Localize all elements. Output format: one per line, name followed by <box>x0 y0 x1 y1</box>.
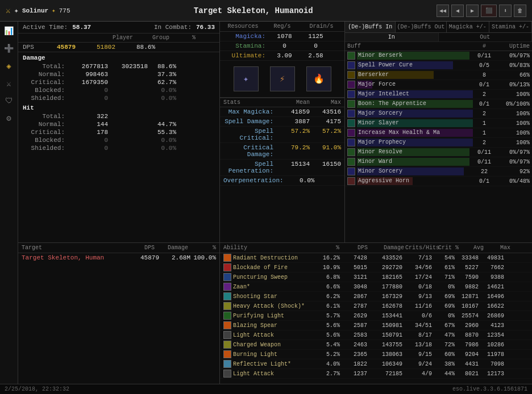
ability-max: 10286 <box>479 342 504 348</box>
buffsub-in[interactable]: In <box>345 33 439 41</box>
buff-row: Boon: The Apprentice0/10%/100% <box>345 99 532 109</box>
ability-row[interactable]: Blazing Spear 5.6% 2587 150981 34/51 67%… <box>220 321 532 330</box>
damage-normal-label: Normal: <box>23 71 68 78</box>
buff-uptime: 100% <box>496 91 530 98</box>
sidebar-icon-shield[interactable]: 🛡 <box>5 97 13 106</box>
ability-damage: 182165 <box>367 274 402 280</box>
ability-row[interactable]: Reflective Light* 4.0% 1822 106349 9/24 … <box>220 359 532 369</box>
nav-save[interactable]: ⬇ <box>499 5 512 17</box>
ability-crits: 4/9 <box>402 371 432 377</box>
ability-row[interactable]: Charged Weapon 5.4% 2463 143755 13/18 72… <box>220 340 532 350</box>
ability-row[interactable]: Puncturing Sweep 6.8% 3121 182165 17/24 … <box>220 273 532 282</box>
buff-name: Berserker <box>357 72 390 78</box>
ability-crits: 34/56 <box>402 265 432 271</box>
th-damage: Damage <box>157 245 188 251</box>
ability-icon <box>223 312 231 320</box>
target-row[interactable]: Target Skeleton, Human 45879 2.68M 100.0… <box>18 253 219 262</box>
sidebar-icon-plus[interactable]: ➕ <box>4 44 14 53</box>
buff-num: 22 <box>473 169 496 175</box>
ability-critpct: 72% <box>432 342 455 348</box>
dps-label: DPS <box>23 44 57 51</box>
buff-icon <box>347 52 355 60</box>
ability-damage: 167329 <box>367 294 402 300</box>
ah-pct: % <box>315 245 339 251</box>
buff-uptime: 0%/97% <box>496 159 530 165</box>
hit-blocked-label: Blocked: <box>23 137 68 144</box>
sidebar-icon-gear[interactable]: ⚙ <box>6 114 11 123</box>
nav-delete[interactable]: 🗑 <box>514 5 526 17</box>
ability-critpct: 60% <box>432 351 455 358</box>
ability-pct: 2.7% <box>316 371 340 377</box>
ability-max: 12354 <box>479 332 504 338</box>
buff-name: Minor Berserk <box>357 52 404 58</box>
ability-crits: 13/18 <box>402 342 432 348</box>
buff-uptime: 66% <box>496 72 530 78</box>
ability-row[interactable]: Blockade of Fire 10.9% 5015 292720 34/56… <box>220 263 532 273</box>
buffsub-out[interactable]: Out <box>439 33 533 41</box>
buff-num: 0/11 <box>473 53 496 59</box>
buffs-list: Minor Berserk0/110%/97%Spell Power Cure0… <box>345 51 532 186</box>
buff-row: Spell Power Cure0/50%/83% <box>345 61 532 70</box>
active-time-row: Active Time: 58.37 In Combat: 76.33 <box>18 22 219 33</box>
hit-blocked-pct: 0.0% <box>148 137 176 144</box>
nav-record[interactable]: ⬛ <box>481 5 497 17</box>
nav-next[interactable]: ▶ <box>466 5 479 17</box>
sidebar-icon-sword[interactable]: ⚔ <box>6 79 11 89</box>
top-panels: Active Time: 58.37 In Combat: 76.33 Play… <box>18 22 532 243</box>
tab-stamina[interactable]: Stamina +/- <box>489 22 532 32</box>
buff-num: 1 <box>473 120 496 127</box>
col-player: Player <box>113 35 152 41</box>
ultimate-drain: 2.58 <box>300 52 331 59</box>
buff-icon <box>347 177 355 185</box>
buffs-tabs: (De-)Buffs In (De-)Buffs Out Magicka +/-… <box>345 22 532 33</box>
sidebar-icon-active[interactable]: ◈ <box>6 61 11 71</box>
ability-pct: 5.7% <box>316 313 340 319</box>
tab-debuffs-out[interactable]: (De-)Buffs Out <box>396 22 446 32</box>
ability-row[interactable]: Light Attack 5.6% 2583 150791 8/17 47% 8… <box>220 330 532 340</box>
damage-shielded-player: 0 <box>68 95 108 102</box>
ability-row[interactable]: Light Attack 2.7% 1237 72185 4/9 44% 802… <box>220 369 532 379</box>
buff-icon <box>347 167 355 175</box>
damage-blocked-player: 0 <box>68 87 108 94</box>
hit-blocked-row: Blocked: 0 0.0% <box>18 136 219 144</box>
buff-uptime: 0%/100% <box>496 101 530 107</box>
sidebar: 📊 ➕ ◈ ⚔ 🛡 ⚙ <box>0 22 18 394</box>
ability-max: 12173 <box>479 371 504 377</box>
hit-blocked-val: 0 <box>68 137 108 144</box>
ability-icon <box>223 254 231 262</box>
buff-icon <box>347 71 355 79</box>
ability-row[interactable]: Shooting Star 6.2% 2867 167329 9/13 69% … <box>220 292 532 301</box>
ability-pct: 5.6% <box>316 322 340 329</box>
ability-avg: 4431 <box>455 361 479 367</box>
ability-damage: 150981 <box>367 322 402 329</box>
nav-prev-prev[interactable]: ◀◀ <box>437 5 449 17</box>
ability-row[interactable]: Zaan* 6.6% 3048 177880 0/18 0% 9882 1462… <box>220 282 532 292</box>
ability-name: Reflective Light* <box>233 361 316 367</box>
bottom-panels: Target DPS Damage % Target Skeleton, Hum… <box>18 243 532 394</box>
target-pct: 100.0% <box>190 254 216 261</box>
ability-max: 26869 <box>479 313 504 319</box>
buff-bar-container: Increase Max Health & Ma <box>357 129 473 137</box>
ability-row[interactable]: Purifying Light 5.7% 2629 153441 0/6 0% … <box>220 311 532 321</box>
ability-damage: 162678 <box>367 303 402 309</box>
magicka-row: Magicka: 1078 1125 <box>220 32 344 41</box>
sidebar-icon-chart[interactable]: 📊 <box>4 26 14 36</box>
ability-row[interactable]: Burning Light 5.2% 2365 138063 9/15 60% … <box>220 350 532 359</box>
buff-uptime: 0%/97% <box>496 149 530 156</box>
sword-icon: ⚔ <box>6 6 10 15</box>
buff-num: 8 <box>473 72 496 78</box>
ability-avg: 9204 <box>455 351 479 358</box>
ability-avg: 10167 <box>455 303 479 309</box>
buff-name: Minor Resolve <box>357 149 404 155</box>
ability-critpct: 71% <box>432 274 455 280</box>
ability-critpct: 44% <box>432 371 455 377</box>
nav-prev[interactable]: ◀ <box>451 5 464 17</box>
ability-icon <box>223 360 231 368</box>
ability-row[interactable]: Heavy Attack (Shock)* 6.1% 2787 162678 1… <box>220 301 532 311</box>
tab-magicka[interactable]: Magicka +/- <box>447 22 489 32</box>
buff-icon <box>347 139 355 146</box>
buff-uptime: 0%/97% <box>496 53 530 59</box>
hit-normal-row: Normal: 144 44.7% <box>18 120 219 128</box>
ability-row[interactable]: Radiant Destruction 16.2% 7428 433526 7/… <box>220 253 532 263</box>
tab-debuffs-in[interactable]: (De-)Buffs In <box>345 22 396 32</box>
